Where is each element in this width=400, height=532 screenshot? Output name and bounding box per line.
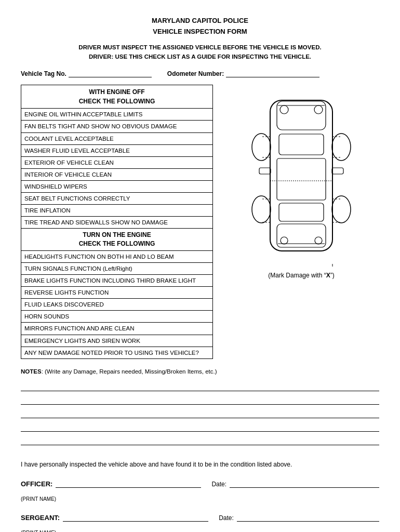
officer-signature-field[interactable]	[56, 478, 201, 488]
sergeant-print-name: (PRINT NAME)	[21, 530, 379, 532]
svg-point-10	[281, 237, 288, 244]
section1-header-line2: CHECK THE FOLLOWING	[24, 97, 209, 106]
section1-header-line1: WITH ENGINE OFF	[24, 87, 209, 97]
check-item-6: INTERIOR OF VEHICLE CLEAN	[21, 169, 212, 181]
svg-point-14	[252, 196, 271, 223]
check-item-5: EXTERIOR OF VEHICLE CLEAN	[21, 157, 212, 169]
check-item-12: TURN SIGNALS FUNCTION (Left/Right)	[21, 263, 212, 275]
svg-point-12	[252, 134, 271, 161]
check-item-17: MIRRORS FUNCTION AND ARE CLEAN	[21, 323, 212, 335]
notes-line-1[interactable]	[21, 380, 379, 391]
car-diagram-section: (Mark Damage with “X”)	[223, 85, 379, 358]
section2-header-line1: TURN ON THE ENGINE	[24, 231, 209, 240]
check-item-11: HEADLIGHTS FUNCTION ON BOTH HI AND LO BE…	[21, 251, 212, 263]
svg-rect-26	[332, 168, 343, 174]
section2-header: TURN ON THE ENGINE CHECK THE FOLLOWING	[21, 229, 212, 251]
svg-rect-25	[259, 168, 271, 174]
page-header: MARYLAND CAPITOL POLICE VEHICLE INSPECTI…	[21, 16, 379, 61]
svg-point-15	[332, 196, 351, 223]
notes-line-2[interactable]	[21, 393, 379, 405]
header-line1: MARYLAND CAPITOL POLICE	[21, 16, 379, 26]
check-item-10: TIRE TREAD AND SIDEWALLS SHOW NO DAMAGE	[21, 217, 212, 229]
officer-block: OFFICER: Date: (PRINT NAME)	[21, 478, 379, 502]
section2-header-line2: CHECK THE FOLLOWING	[24, 240, 209, 248]
svg-point-8	[280, 105, 288, 114]
check-item-13: BRAKE LIGHTS FUNCTION INCLUDING THIRD BR…	[21, 275, 212, 287]
check-item-2: FAN BELTS TIGHT AND SHOW NO OBVIOUS DAMA…	[21, 121, 212, 132]
tag-label: Vehicle Tag No.	[21, 70, 66, 77]
subtitle-line2: DRIVER: USE THIS CHECK LIST AS A GUIDE F…	[21, 52, 379, 61]
sergeant-date-label: Date:	[219, 514, 234, 522]
check-item-7: WINDSHIELD WIPERS	[21, 181, 212, 193]
header-line2: VEHICLE INSPECTION FORM	[21, 26, 379, 37]
odometer-label: Odometer Number:	[167, 70, 224, 77]
main-content: WITH ENGINE OFF CHECK THE FOLLOWING ENGI…	[21, 85, 379, 358]
svg-point-13	[332, 134, 351, 161]
odometer-field[interactable]	[226, 70, 319, 77]
damage-note: (Mark Damage with “X”)	[268, 272, 334, 279]
check-item-9: TIRE INFLATION	[21, 205, 212, 217]
check-item-4: WASHER FLUID LEVEL ACCEPTABLE	[21, 145, 212, 157]
notes-description: : (Write any Damage, Repairs needed, Mis…	[42, 368, 217, 375]
officer-print-name: (PRINT NAME)	[21, 496, 379, 502]
check-item-1: ENGINE OIL WITHIN ACCEPTABLE LIMITS	[21, 109, 212, 121]
svg-point-9	[314, 105, 323, 114]
sergeant-signature-field[interactable]	[63, 512, 208, 522]
notes-line-3[interactable]	[21, 407, 379, 418]
car-diagram	[242, 90, 361, 267]
svg-rect-4	[279, 203, 324, 221]
tag-field[interactable]	[69, 70, 152, 77]
officer-date-field[interactable]	[230, 478, 379, 488]
check-item-18: EMERGENCY LIGHTS AND SIREN WORK	[21, 335, 212, 347]
svg-rect-2	[279, 134, 324, 155]
svg-rect-3	[277, 158, 326, 200]
officer-sig-row: OFFICER: Date:	[21, 478, 379, 488]
subtitle-line1: DRIVER MUST INSPECT THE ASSIGNED VEHICLE…	[21, 43, 379, 52]
check-item-3: COOLANT LEVEL ACCEPTABLE	[21, 133, 212, 145]
sergeant-label: SERGEANT:	[21, 514, 60, 522]
notes-line-4[interactable]	[21, 420, 379, 432]
check-item-8: SEAT BELT FUNCTIONS CORRECTLY	[21, 193, 212, 205]
sergeant-block: SERGEANT: Date: (PRINT NAME)	[21, 512, 379, 532]
sergeant-sig-row: SERGEANT: Date:	[21, 512, 379, 522]
inspection-statement: I have personally inspected the vehicle …	[21, 461, 379, 468]
notes-lines	[21, 380, 379, 445]
sergeant-date-field[interactable]	[237, 512, 379, 522]
check-item-19: ANY NEW DAMAGE NOTED PRIOR TO USING THIS…	[21, 347, 212, 358]
checklist-table: WITH ENGINE OFF CHECK THE FOLLOWING ENGI…	[21, 85, 213, 358]
officer-label: OFFICER:	[21, 480, 52, 488]
check-item-14: REVERSE LIGHTS FUNCTION	[21, 287, 212, 299]
signature-section: I have personally inspected the vehicle …	[21, 461, 379, 532]
notes-section: NOTES: (Write any Damage, Repairs needed…	[21, 368, 379, 445]
vehicle-info-row: Vehicle Tag No. Odometer Number:	[21, 70, 379, 77]
officer-date-label: Date:	[211, 481, 226, 488]
check-item-16: HORN SOUNDS	[21, 311, 212, 323]
notes-label: NOTES	[21, 368, 42, 375]
notes-line-5[interactable]	[21, 434, 379, 445]
svg-point-11	[315, 237, 322, 244]
check-item-15: FLUID LEAKS DISCOVERED	[21, 299, 212, 311]
checklist-header: WITH ENGINE OFF CHECK THE FOLLOWING	[21, 85, 212, 109]
svg-rect-0	[270, 100, 332, 251]
